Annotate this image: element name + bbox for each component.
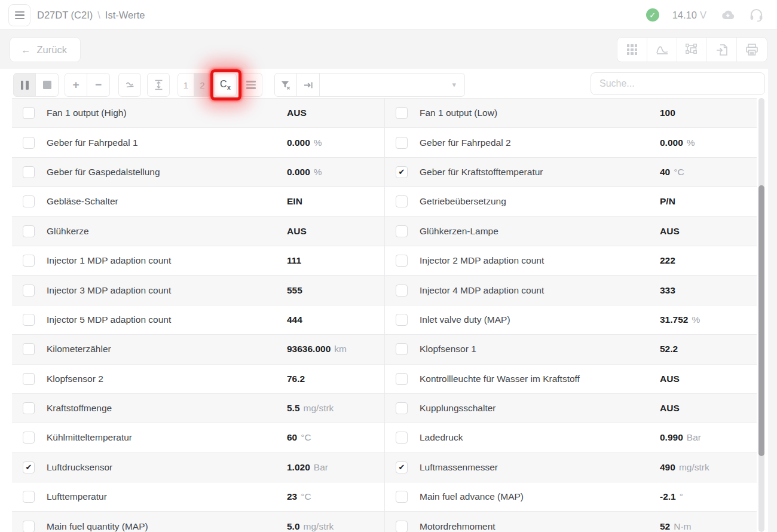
page-2-button[interactable]: 2	[194, 73, 211, 97]
parameter-row[interactable]: Geber für Gaspedalstellung 0.000 %	[12, 158, 384, 187]
parameter-row[interactable]: Injector 3 MDP adaption count 555	[12, 276, 384, 305]
vertical-scrollbar-thumb[interactable]	[758, 185, 764, 456]
parameter-row[interactable]: Main fuel advance (MAP) -2.1 °	[384, 482, 757, 512]
row-checkbox[interactable]	[396, 343, 408, 355]
row-checkbox[interactable]	[396, 255, 408, 267]
hamburger-menu-button[interactable]	[8, 4, 30, 26]
row-checkbox[interactable]	[23, 373, 35, 385]
parameter-value: 52.2	[660, 344, 678, 354]
parameter-row[interactable]: Kraftstoffmenge 5.5 mg/strk	[12, 394, 384, 423]
parameter-row[interactable]: Geber für Fahrpedal 2 0.000 %	[384, 128, 757, 157]
parameter-value: 23	[287, 491, 297, 502]
row-checkbox[interactable]	[23, 343, 35, 355]
parameter-value-group: 555	[287, 285, 302, 296]
parameter-row[interactable]: Motordrehmoment 52 N·m	[384, 512, 757, 532]
parameter-row[interactable]: ✔ Luftmassenmesser 490 mg/strk	[384, 453, 757, 482]
row-checkbox[interactable]	[23, 402, 35, 414]
row-checkbox[interactable]	[396, 107, 408, 119]
remove-button[interactable]: −	[87, 73, 110, 97]
back-button[interactable]: ← Zurück	[10, 37, 81, 62]
parameter-row[interactable]: Glühkerzen-Lampe AUS	[384, 217, 757, 246]
row-checkbox[interactable]	[396, 195, 408, 207]
back-button-label: Zurück	[37, 44, 67, 56]
parameter-row[interactable]: Klopfsensor 1 52.2	[384, 335, 757, 364]
row-checkbox[interactable]	[396, 314, 408, 326]
row-checkbox[interactable]	[23, 255, 35, 267]
row-checkbox[interactable]	[396, 285, 408, 296]
breadcrumb: D27DT (C2I) \ Ist-Werte	[37, 0, 145, 30]
stop-button[interactable]	[36, 73, 59, 97]
row-checkbox[interactable]	[396, 521, 408, 532]
parameter-row[interactable]: Injector 4 MDP adaption count 333	[384, 276, 757, 305]
parameter-row[interactable]: ✔ Geber für Kraftstofftemperatur 40 °C	[384, 158, 757, 187]
page-1-button[interactable]: 1	[178, 73, 194, 97]
clear-values-button[interactable]: Cx	[214, 73, 237, 97]
parameter-row[interactable]: Klopfsensor 2 76.2	[12, 365, 384, 394]
parameter-row[interactable]: Fan 1 output (Low) 100	[384, 99, 757, 128]
row-checkbox[interactable]	[23, 166, 35, 178]
row-checkbox[interactable]	[23, 225, 35, 237]
parameter-unit: Bar	[314, 462, 328, 473]
parameter-label: Geber für Gaspedalstellung	[47, 167, 160, 178]
row-checkbox[interactable]: ✔	[396, 461, 408, 473]
parameter-row[interactable]: Lufttemperatur 23 °C	[12, 482, 384, 512]
add-button[interactable]: +	[65, 73, 87, 97]
voltage-unit: V	[700, 10, 706, 21]
parameter-row[interactable]: Main fuel quantity (MAP) 5.0 mg/strk	[12, 512, 384, 532]
row-checkbox[interactable]: ✔	[396, 166, 408, 178]
row-checkbox[interactable]	[23, 107, 35, 119]
row-checkbox[interactable]	[396, 225, 408, 237]
headset-icon[interactable]	[749, 8, 764, 22]
parameter-label: Main fuel quantity (MAP)	[47, 521, 148, 532]
parameter-row[interactable]: Injector 1 MDP adaption count 111	[12, 246, 384, 276]
parameter-value: AUS	[287, 226, 307, 237]
parameter-row[interactable]: Fan 1 output (High) AUS	[12, 99, 384, 128]
connection-ok-icon: ✓	[646, 8, 659, 22]
chart-view-button[interactable]	[647, 38, 677, 62]
breadcrumb-vehicle[interactable]: D27DT (C2I)	[37, 10, 93, 21]
parameter-row[interactable]: Getriebeübersetzung P/N	[384, 187, 757, 216]
row-checkbox[interactable]	[396, 432, 408, 444]
tab-right-button[interactable]	[297, 73, 320, 97]
cloud-download-icon[interactable]	[720, 10, 736, 21]
row-checkbox[interactable]	[23, 521, 35, 532]
parameter-row[interactable]: Kupplungsschalter AUS	[384, 394, 757, 423]
row-checkbox[interactable]	[396, 402, 408, 414]
parameter-row[interactable]: Injector 5 MDP adaption count 444	[12, 305, 384, 335]
print-button[interactable]	[737, 38, 767, 62]
parameter-row[interactable]: ✔ Luftdrucksensor 1.020 Bar	[12, 453, 384, 482]
row-checkbox[interactable]	[396, 373, 408, 385]
parameter-row[interactable]: Injector 2 MDP adaption count 222	[384, 246, 757, 276]
scale-height-button[interactable]	[147, 73, 170, 97]
parameter-row[interactable]: Kühlmitteltemperatur 60 °C	[12, 423, 384, 452]
selection-frame-button[interactable]	[677, 38, 707, 62]
export-button[interactable]	[707, 38, 737, 62]
parameter-value: 111	[287, 255, 301, 266]
row-checkbox[interactable]	[23, 137, 35, 149]
filter-group: ▾	[274, 73, 465, 97]
pause-button[interactable]	[13, 73, 36, 97]
parameter-row[interactable]: Kilometerzähler 93636.000 km	[12, 335, 384, 364]
clear-filter-button[interactable]	[274, 73, 297, 97]
parameter-unit: Bar	[687, 432, 701, 443]
list-options-button[interactable]	[240, 73, 262, 97]
smooth-curve-button[interactable]	[118, 73, 141, 97]
row-checkbox[interactable]	[396, 491, 408, 503]
filter-dropdown[interactable]: ▾	[320, 73, 465, 97]
row-checkbox[interactable]	[23, 314, 35, 326]
parameter-row[interactable]: Geber für Fahrpedal 1 0.000 %	[12, 128, 384, 157]
row-checkbox[interactable]	[23, 195, 35, 207]
vertical-scrollbar-track[interactable]	[758, 98, 764, 532]
grid-view-button[interactable]	[617, 38, 647, 62]
row-checkbox[interactable]: ✔	[23, 461, 35, 473]
parameter-row[interactable]: Gebläse-Schalter EIN	[12, 187, 384, 216]
parameter-row[interactable]: Kontrollleuchte für Wasser im Kraftstoff…	[384, 365, 757, 394]
parameter-row[interactable]: Inlet valve duty (MAP) 31.752 %	[384, 305, 757, 335]
search-input[interactable]	[591, 72, 765, 95]
row-checkbox[interactable]	[396, 137, 408, 149]
parameter-row[interactable]: Glühkerze AUS	[12, 217, 384, 246]
row-checkbox[interactable]	[23, 432, 35, 444]
parameter-row[interactable]: Ladedruck 0.990 Bar	[384, 423, 757, 452]
row-checkbox[interactable]	[23, 491, 35, 503]
row-checkbox[interactable]	[23, 285, 35, 296]
